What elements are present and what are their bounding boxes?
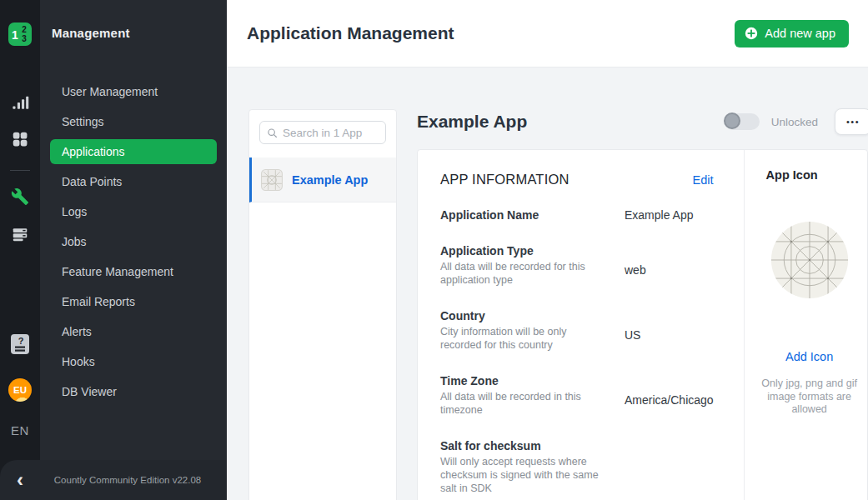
- field-label: Country: [440, 309, 625, 322]
- app-search-input[interactable]: [283, 127, 379, 139]
- field-application-type: Application Type All data will be record…: [440, 244, 714, 287]
- app-information-card: APP INFORMATION Edit Application Name Ex…: [417, 149, 868, 500]
- lock-toggle-knob: [724, 112, 740, 129]
- sidebar-title: Management: [52, 26, 130, 40]
- add-new-app-label: Add new app: [765, 27, 835, 40]
- app-detail-title: Example App: [417, 112, 725, 132]
- edit-link[interactable]: Edit: [693, 173, 714, 187]
- svg-text:2: 2: [22, 25, 27, 34]
- field-label: Salt for checksum: [440, 439, 625, 452]
- app-search-box[interactable]: [259, 121, 386, 144]
- rail-divider: [10, 170, 30, 171]
- analytics-nav-item[interactable]: [0, 93, 40, 112]
- field-application-name: Application Name Example App: [440, 208, 714, 222]
- lock-toggle[interactable]: [725, 113, 760, 130]
- wrench-icon: [11, 188, 29, 206]
- sidebar-footer: ‹ Countly Community Edition v22.08: [0, 460, 227, 500]
- management-sidebar: Management User Management Settings Appl…: [40, 0, 227, 500]
- dashboards-nav-item[interactable]: [0, 130, 40, 148]
- sidebar-item-feature-management[interactable]: Feature Management: [40, 257, 227, 287]
- icon-format-hint: Only jpg, png and gif image formats are …: [756, 378, 863, 417]
- app-information-heading: APP INFORMATION: [440, 172, 569, 188]
- field-label: Application Name: [440, 208, 625, 222]
- field-value: Example App: [625, 208, 694, 222]
- sidebar-item-user-management[interactable]: User Management: [40, 77, 227, 107]
- field-description: All data will be recorded for this appli…: [440, 260, 604, 287]
- more-options-button[interactable]: •••: [835, 108, 868, 135]
- server-stack-icon: [11, 225, 29, 243]
- add-new-app-button[interactable]: Add new app: [735, 20, 849, 48]
- svg-text:3: 3: [22, 34, 27, 43]
- bar-chart-icon: [11, 93, 29, 112]
- app-icon-title: App Icon: [745, 168, 868, 182]
- field-label: Time Zone: [440, 374, 625, 388]
- app-list-item-label: Example App: [292, 173, 368, 187]
- icon-rail: 1 2 3: [0, 0, 40, 500]
- sidebar-item-db-viewer[interactable]: DB Viewer: [40, 377, 227, 407]
- page-header: Application Management Add new app: [227, 0, 868, 68]
- plus-circle-icon: [745, 27, 758, 40]
- field-description: Will only accept requests where checksum…: [440, 455, 604, 495]
- svg-text:1: 1: [12, 28, 18, 42]
- avatar: EU: [8, 378, 32, 402]
- app-icon-placeholder: [770, 220, 850, 300]
- database-nav-item[interactable]: [0, 225, 40, 243]
- countly-logo-icon: 1 2 3: [8, 22, 33, 47]
- app-placeholder-icon: [261, 169, 283, 191]
- app-list-item-example-app[interactable]: Example App: [249, 158, 396, 202]
- language-selector[interactable]: EN: [0, 423, 40, 438]
- version-label: Countly Community Edition v22.08: [40, 475, 227, 485]
- field-label: Application Type: [440, 244, 625, 258]
- collapse-sidebar-icon[interactable]: ‹: [0, 462, 40, 498]
- grid-icon: [11, 130, 29, 148]
- field-time-zone: Time Zone All data will be recorded in t…: [440, 374, 714, 417]
- search-icon: [267, 127, 278, 139]
- app-icon-panel: App Icon Add Icon Only jpg, png and gif …: [744, 150, 868, 500]
- field-value: web: [625, 244, 646, 287]
- add-icon-link[interactable]: Add Icon: [745, 350, 868, 363]
- svg-text:?: ?: [18, 336, 24, 346]
- sidebar-item-data-points[interactable]: Data Points: [40, 167, 227, 197]
- countly-logo[interactable]: 1 2 3: [0, 22, 40, 47]
- field-description: All data will be recorded in this timezo…: [440, 390, 604, 417]
- lock-state-label: Unlocked: [771, 116, 818, 128]
- sidebar-item-jobs[interactable]: Jobs: [40, 227, 227, 257]
- more-options-icon: •••: [846, 117, 860, 127]
- sidebar-menu: User Management Settings Applications Da…: [40, 77, 227, 407]
- help-center-button[interactable]: ?: [0, 333, 40, 355]
- app-detail-header: Example App Unlocked •••: [417, 105, 868, 138]
- sidebar-item-applications[interactable]: Applications: [50, 139, 217, 164]
- field-value: US: [625, 309, 640, 352]
- sidebar-item-hooks[interactable]: Hooks: [40, 347, 227, 377]
- sidebar-item-alerts[interactable]: Alerts: [40, 317, 227, 347]
- field-description: City information will be only recorded f…: [440, 325, 604, 352]
- user-avatar-button[interactable]: EU: [0, 378, 40, 402]
- sidebar-item-email-reports[interactable]: Email Reports: [40, 287, 227, 317]
- field-salt-for-checksum: Salt for checksum Will only accept reque…: [440, 439, 714, 495]
- sidebar-item-settings[interactable]: Settings: [40, 107, 227, 137]
- help-doc-icon: ?: [10, 333, 30, 355]
- page-title: Application Management: [247, 23, 454, 43]
- app-information-section: APP INFORMATION Edit Application Name Ex…: [418, 150, 744, 500]
- app-list-panel: Example App: [248, 109, 397, 500]
- field-value: America/Chicago: [625, 374, 714, 417]
- management-nav-item[interactable]: [0, 188, 40, 206]
- field-country: Country City information will be only re…: [440, 309, 714, 352]
- sidebar-item-logs[interactable]: Logs: [40, 197, 227, 227]
